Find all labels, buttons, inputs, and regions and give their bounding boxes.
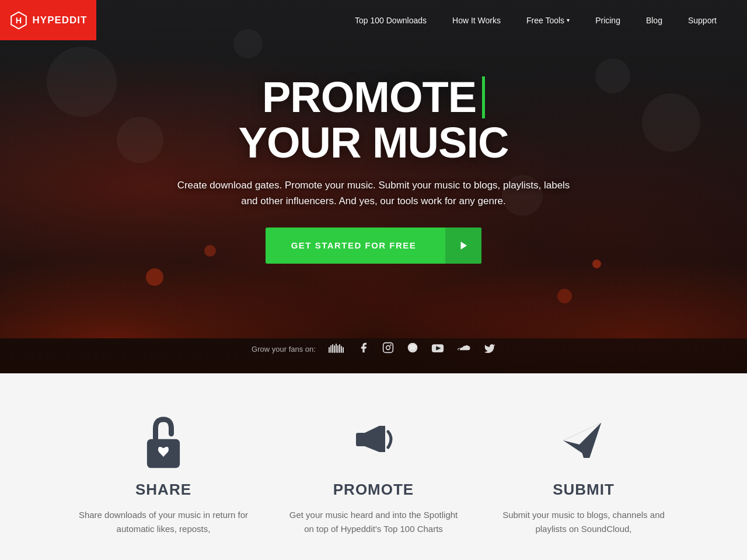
nav-free-tools[interactable]: Free Tools ▾ bbox=[514, 0, 582, 40]
feature-promote: PROMOTE Get your music heard and into th… bbox=[286, 414, 461, 536]
feature-submit: SUBMIT Submit your music to blogs, chann… bbox=[496, 414, 671, 536]
svg-rect-5 bbox=[332, 344, 333, 353]
bokeh-3 bbox=[595, 58, 630, 93]
feature-share: SHARE Share downloads of your music in r… bbox=[76, 414, 251, 536]
instagram-icon[interactable] bbox=[382, 342, 394, 356]
cursor-bar bbox=[482, 76, 485, 118]
cta-arrow-icon bbox=[445, 228, 481, 264]
youtube-icon[interactable] bbox=[431, 342, 444, 355]
svg-point-13 bbox=[386, 346, 390, 350]
svg-rect-9 bbox=[339, 344, 340, 353]
svg-rect-20 bbox=[356, 433, 366, 446]
spotify-icon[interactable] bbox=[407, 342, 418, 356]
twitter-icon[interactable] bbox=[484, 342, 495, 355]
svg-marker-2 bbox=[461, 242, 467, 250]
nav-top100[interactable]: Top 100 Downloads bbox=[342, 0, 439, 40]
hero-subtitle: Create download gates. Promote your musi… bbox=[175, 177, 572, 209]
hero-title: PROMOTE YOUR MUSIC bbox=[175, 75, 572, 165]
submit-desc: Submit your music to blogs, channels and… bbox=[496, 508, 671, 536]
svg-rect-11 bbox=[343, 347, 344, 353]
svg-rect-6 bbox=[334, 345, 335, 353]
mixcloud-icon[interactable] bbox=[457, 342, 471, 355]
brand-name: HYPEDDIT bbox=[33, 15, 88, 26]
share-icon bbox=[137, 414, 190, 467]
grow-fans-label: Grow your fans on: bbox=[252, 345, 316, 354]
promote-title: PROMOTE bbox=[333, 481, 414, 499]
svg-rect-12 bbox=[383, 343, 393, 353]
submit-title: SUBMIT bbox=[553, 481, 615, 499]
svg-rect-7 bbox=[336, 344, 337, 353]
features-section: SHARE Share downloads of your music in r… bbox=[0, 373, 747, 560]
nav-support[interactable]: Support bbox=[675, 0, 729, 40]
promote-desc: Get your music heard and into the Spotli… bbox=[286, 508, 461, 536]
submit-icon bbox=[557, 414, 610, 467]
logo[interactable]: H HYPEDDIT bbox=[0, 0, 96, 40]
nav-how-it-works[interactable]: How It Works bbox=[439, 0, 514, 40]
logo-icon: H bbox=[9, 11, 28, 30]
features-grid: SHARE Share downloads of your music in r… bbox=[53, 414, 694, 536]
navbar: H HYPEDDIT Top 100 Downloads How It Work… bbox=[0, 0, 747, 40]
facebook-icon[interactable] bbox=[358, 342, 369, 356]
bokeh-4 bbox=[642, 93, 700, 152]
svg-rect-8 bbox=[337, 345, 338, 353]
svg-rect-4 bbox=[330, 345, 331, 353]
share-desc: Share downloads of your music in return … bbox=[76, 508, 251, 536]
cta-button[interactable]: GET STARTED FOR FREE bbox=[266, 228, 482, 264]
hero-section: PROMOTE YOUR MUSIC Create download gates… bbox=[0, 0, 747, 373]
nav-blog[interactable]: Blog bbox=[633, 0, 675, 40]
share-title: SHARE bbox=[135, 481, 191, 499]
svg-point-14 bbox=[390, 344, 392, 346]
play-icon bbox=[458, 240, 469, 251]
social-row: Grow your fans on: bbox=[0, 342, 747, 356]
nav-pricing[interactable]: Pricing bbox=[582, 0, 633, 40]
soundcloud-icon[interactable] bbox=[329, 342, 345, 355]
cta-label: GET STARTED FOR FREE bbox=[266, 228, 446, 263]
hero-content: PROMOTE YOUR MUSIC Create download gates… bbox=[163, 75, 584, 264]
svg-point-15 bbox=[408, 343, 418, 353]
svg-rect-10 bbox=[341, 346, 342, 353]
bokeh-1 bbox=[47, 47, 117, 117]
nav-links: Top 100 Downloads How It Works Free Tool… bbox=[342, 0, 747, 40]
promote-icon bbox=[347, 414, 400, 467]
svg-rect-3 bbox=[329, 347, 330, 353]
chevron-down-icon: ▾ bbox=[567, 17, 570, 23]
svg-text:H: H bbox=[15, 15, 21, 24]
